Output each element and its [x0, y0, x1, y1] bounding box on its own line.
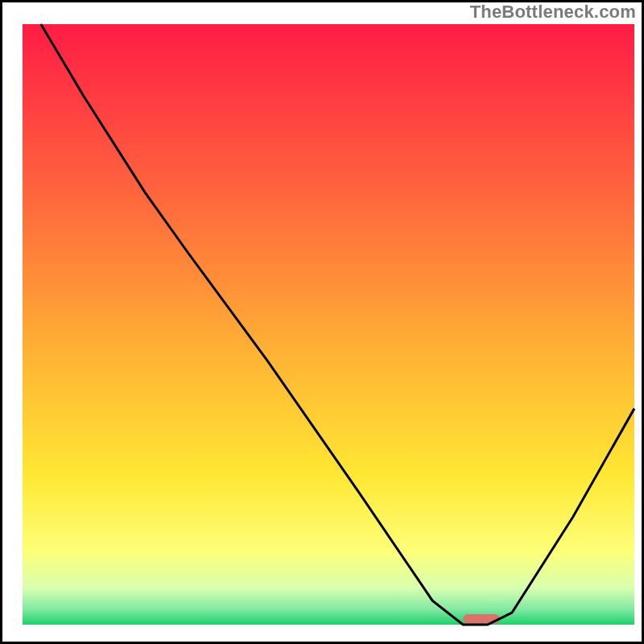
watermark-text: TheBottleneck.com: [470, 2, 636, 23]
chart-canvas: TheBottleneck.com: [0, 0, 644, 644]
bottleneck-chart-svg: [0, 0, 644, 644]
plot-background: [23, 24, 634, 625]
